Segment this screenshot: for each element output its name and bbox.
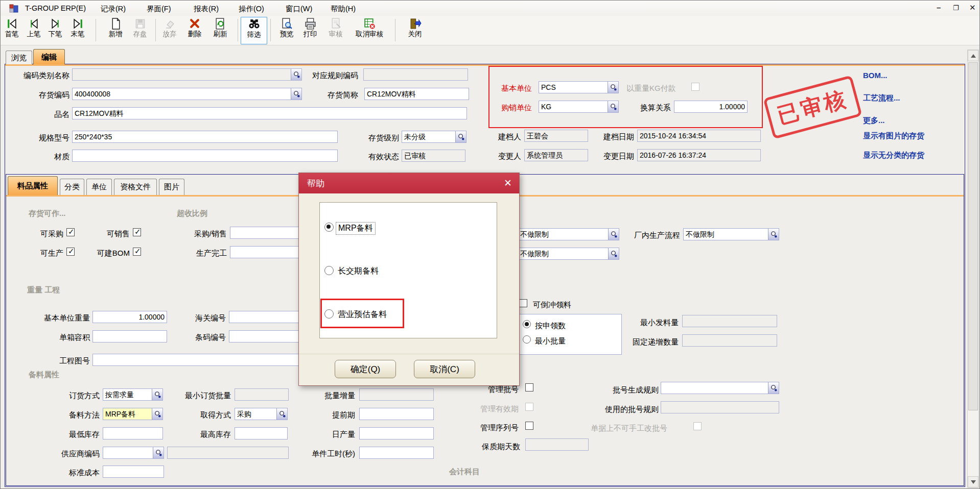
tab-images[interactable]: 图片 [159,179,184,195]
tab-classification[interactable]: 分类 [60,179,84,195]
production-done-ratio-field[interactable] [230,246,301,258]
link-process-flow[interactable]: 工艺流程... [863,93,900,103]
dialog-radio-mrp[interactable] [324,223,334,232]
dialog-option-long-cycle-label[interactable]: 长交期备料 [338,266,379,277]
factory-flow-field[interactable]: 不做限制 [683,228,779,240]
lead-time-field[interactable] [359,408,434,420]
link-more[interactable]: 更多... [863,116,885,126]
purchasable-checkbox[interactable] [66,228,75,236]
dialog-option-mrp-label[interactable]: MRP备料 [336,222,376,235]
backflush-checkbox[interactable] [519,299,527,307]
menu-item-window[interactable]: 窗口(W) [286,4,312,14]
toolbar-last-button[interactable]: 末笔 [66,17,89,44]
supplier-code-field[interactable] [103,447,164,459]
scrollbar-down-button[interactable] [968,476,978,487]
prep-method-field[interactable]: MRP备料 [103,408,163,420]
spec-field[interactable]: 250*240*35 [72,131,338,143]
toolbar-refresh-button[interactable]: 刷新 [208,17,232,44]
toolbar-next-button[interactable]: 下笔 [44,17,66,44]
dialog-option-sales-forecast-label[interactable]: 营业预估备料 [338,309,387,320]
material-field[interactable] [72,150,338,162]
max-stock-field[interactable] [235,427,288,439]
base-unit-field[interactable]: PCS [539,81,619,93]
toolbar-audit-button[interactable]: 审核 [323,17,348,44]
toolbar-prev-button[interactable]: 上笔 [23,17,44,44]
toolbar-first-button[interactable]: 首笔 [1,17,23,44]
item-abbr-field[interactable]: CR12MOV精料 [364,88,469,100]
menu-item-ui[interactable]: 界面(F) [147,4,171,14]
toolbar-new-button[interactable]: 新增 [103,17,128,44]
manage-validity-checkbox[interactable] [525,403,533,411]
lookup-icon[interactable] [608,229,619,240]
dialog-radio-long-cycle[interactable] [324,266,334,275]
menu-item-help[interactable]: 帮助(H) [331,4,356,14]
unit-hours-field[interactable] [359,447,434,459]
window-restore-button[interactable]: ❐ [953,4,959,12]
order-mode-field[interactable]: 按需求量 [103,388,163,401]
tab-browse[interactable]: 浏览 [6,51,32,64]
lookup-icon[interactable] [291,69,301,80]
min-stock-field[interactable] [103,427,163,439]
menu-item-record[interactable]: 记录(R) [101,4,126,14]
min-order-field[interactable] [235,388,289,401]
link-bom[interactable]: BOM... [863,71,888,80]
batch-increment-field[interactable] [359,388,434,401]
toolbar-abandon-button[interactable]: 放弃 [158,17,181,44]
shelf-days-field[interactable] [525,438,589,451]
lookup-icon[interactable] [152,389,162,400]
toolbar-delete-button[interactable]: 删除 [182,17,207,44]
box-volume-field[interactable] [92,330,167,343]
menu-item-action[interactable]: 操作(O) [239,4,264,14]
issue-min-batch-radio[interactable] [523,335,531,344]
min-issue-field[interactable] [682,315,777,327]
toolbar-save-button[interactable]: 存盘 [128,17,152,44]
lookup-icon[interactable] [768,382,779,394]
issue-by-request-radio[interactable] [523,320,531,328]
toolbar-cancel-audit-button[interactable]: 取消审核 [349,17,390,44]
toolbar-print-button[interactable]: 打印 [299,17,321,44]
tab-item-attributes[interactable]: 料品属性 [8,176,58,195]
std-cost-field[interactable] [103,466,164,478]
tab-units[interactable]: 单位 [86,179,112,195]
item-code-field[interactable]: 400400008 [72,88,302,100]
conversion-field[interactable]: 1.00000 [674,101,748,113]
scrollbar-up-button[interactable] [968,50,978,61]
no-manual-batch-checkbox[interactable] [693,422,702,430]
lookup-icon[interactable] [608,101,618,112]
lookup-icon[interactable] [291,88,301,100]
acquire-mode-field[interactable]: 采购 [235,408,288,420]
vertical-scrollbar[interactable] [967,50,979,488]
dialog-radio-sales-forecast[interactable] [324,309,334,319]
trade-unit-field[interactable]: KG [539,101,619,113]
level-field[interactable]: 未分级 [402,131,466,143]
fixed-inc-field[interactable] [682,334,777,347]
window-minimize-button[interactable]: – [937,3,941,12]
link-show-with-images[interactable]: 显示有图片的存货 [863,131,924,141]
tab-edit[interactable]: 编辑 [33,49,65,64]
ok-button[interactable]: 确定(Q) [335,360,396,378]
toolbar-filter-button[interactable]: 筛选 [241,17,267,44]
tab-qualification-files[interactable]: 资格文件 [114,179,157,195]
lookup-icon[interactable] [768,229,779,240]
coding-category-field[interactable] [72,68,302,81]
menu-item-report[interactable]: 报表(R) [194,4,219,14]
rule-code-field[interactable] [363,68,468,81]
sellable-checkbox[interactable] [133,228,141,236]
scrollbar-thumb[interactable] [968,62,978,410]
manage-serial-checkbox[interactable] [525,422,533,430]
toolbar-preview-button[interactable]: 预览 [274,17,299,44]
lookup-icon[interactable] [276,408,287,420]
restriction-field-1[interactable]: 不做限制 [518,228,619,240]
link-show-unclassified[interactable]: 显示无分类的存货 [863,151,924,160]
menu-item-app[interactable]: T-GROUP ERP(E) [25,4,86,12]
restriction-field-2[interactable]: 不做限制 [518,248,619,260]
dialog-title-bar[interactable]: 帮助 ✕ [299,173,519,193]
lookup-icon[interactable] [153,447,164,458]
lookup-icon[interactable] [608,248,619,259]
manage-batch-checkbox[interactable] [525,383,533,392]
lookup-icon[interactable] [608,82,618,93]
batch-rule-field[interactable] [661,382,779,394]
lookup-icon[interactable] [152,408,162,420]
pay-by-weight-checkbox[interactable] [691,83,699,91]
daily-output-field[interactable] [359,427,434,439]
